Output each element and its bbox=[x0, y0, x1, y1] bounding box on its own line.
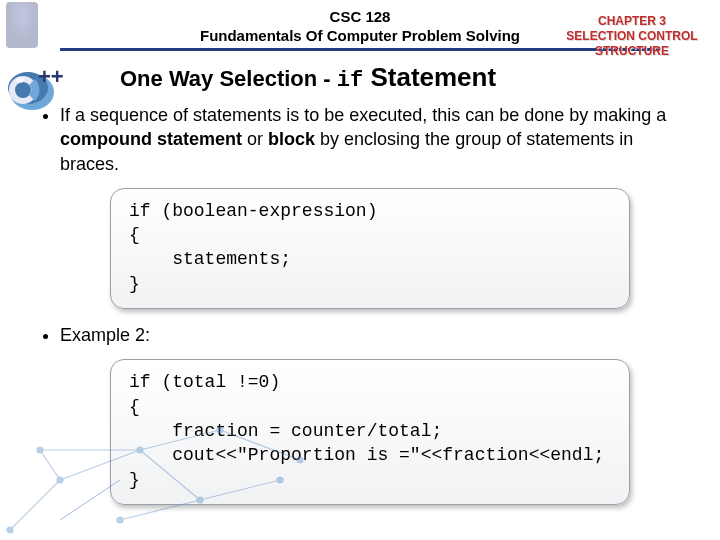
cpp-logo-icon: ++ bbox=[8, 62, 68, 112]
bullet-2-label: Example 2: bbox=[60, 325, 150, 345]
section-heading: One Way Selection - if Statement bbox=[120, 62, 720, 93]
svg-line-5 bbox=[10, 480, 60, 530]
svg-point-23 bbox=[37, 447, 43, 453]
svg-line-13 bbox=[40, 450, 60, 480]
bullet-1: If a sequence of statements is to be exe… bbox=[60, 103, 688, 309]
bullet-1-bold-2: block bbox=[268, 129, 315, 149]
bullet-1-mid: or bbox=[242, 129, 268, 149]
chapter-label: CHAPTER 3 SELECTION CONTROL STRUCTURE bbox=[562, 14, 702, 59]
heading-suffix: Statement bbox=[363, 62, 496, 92]
bullet-1-bold-1: compound statement bbox=[60, 129, 242, 149]
chapter-line-2: SELECTION CONTROL bbox=[562, 29, 702, 44]
svg-point-4 bbox=[16, 77, 24, 83]
content-body: If a sequence of statements is to be exe… bbox=[60, 103, 688, 505]
chapter-line-3: STRUCTURE bbox=[562, 44, 702, 59]
svg-point-15 bbox=[7, 527, 13, 533]
svg-point-17 bbox=[117, 517, 123, 523]
heading-keyword: if bbox=[337, 68, 363, 93]
code-block-example: if (total !=0) { fraction = counter/tota… bbox=[110, 359, 630, 504]
code-block-syntax: if (boolean-expression) { statements; } bbox=[110, 188, 630, 309]
bullet-2: Example 2: if (total !=0) { fraction = c… bbox=[60, 323, 688, 505]
heading-prefix: One Way Selection - bbox=[120, 66, 337, 91]
svg-text:++: ++ bbox=[38, 64, 64, 89]
bullet-1-text-a: If a sequence of statements is to be exe… bbox=[60, 105, 666, 125]
chapter-line-1: CHAPTER 3 bbox=[562, 14, 702, 29]
